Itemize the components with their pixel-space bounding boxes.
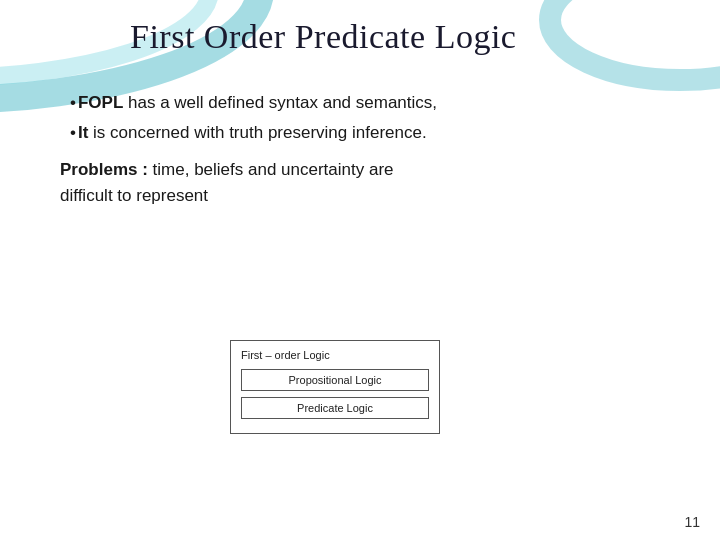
- slide-title: First Order Predicate Logic: [130, 18, 710, 56]
- problems-rest: time, beliefs and uncertainty are: [148, 160, 394, 179]
- diagram-title: First – order Logic: [241, 349, 429, 361]
- it-rest-text: is concerned with truth preserving infer…: [93, 123, 427, 142]
- diagram-propositional-box: Propositional Logic: [241, 369, 429, 391]
- bullet-it-text: It is concerned with truth preserving in…: [78, 120, 427, 146]
- problems-paragraph: Problems : time, beliefs and uncertainty…: [60, 157, 690, 210]
- bullet-dot-1: •: [70, 90, 76, 116]
- fopl-rest-text: has a well defined syntax and semantics,: [128, 93, 437, 112]
- bullet-fopl-text: FOPL has a well defined syntax and seman…: [78, 90, 437, 116]
- bullet-fopl: • FOPL has a well defined syntax and sem…: [60, 90, 690, 116]
- slide-content: First Order Predicate Logic • FOPL has a…: [0, 0, 720, 540]
- slide-body: • FOPL has a well defined syntax and sem…: [60, 90, 690, 209]
- problems-line2: difficult to represent: [60, 186, 208, 205]
- bullet-it: • It is concerned with truth preserving …: [60, 120, 690, 146]
- page-number: 11: [684, 514, 700, 530]
- fopl-bold-label: FOPL: [78, 93, 123, 112]
- diagram-box: First – order Logic Propositional Logic …: [230, 340, 440, 434]
- problems-bold-label: Problems :: [60, 160, 148, 179]
- bullet-dot-2: •: [70, 120, 76, 146]
- it-bold-label: It: [78, 123, 88, 142]
- diagram-predicate-box: Predicate Logic: [241, 397, 429, 419]
